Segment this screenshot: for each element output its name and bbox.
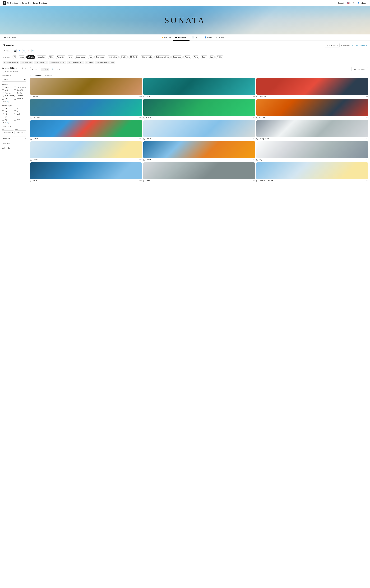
asset-checkbox-st-barts[interactable] <box>256 117 258 118</box>
asset-checkbox-canary-islands[interactable] <box>256 138 258 139</box>
section-pill-social-media[interactable]: Social Media <box>75 55 87 59</box>
tab-users[interactable]: 👤 Users <box>202 34 214 41</box>
tab-asset-library[interactable]: ☰ Asset Library <box>173 34 190 41</box>
asset-checkbox-california[interactable] <box>256 96 258 97</box>
tag-banff-content[interactable]: Banff content <box>2 95 14 97</box>
tag-beautiful[interactable]: Beautiful <box>14 89 26 91</box>
search-exact-checkbox[interactable] <box>2 71 4 73</box>
section-pill-experiences[interactable]: Experiences <box>94 55 106 59</box>
asset-checkbox-cabo[interactable] <box>143 180 145 182</box>
section-pill-info[interactable]: Info <box>209 55 215 59</box>
tags-search-icon[interactable]: 🔍 <box>7 101 9 103</box>
section-pill-documents[interactable]: Documents <box>171 55 182 59</box>
upload-date-row[interactable]: Upload Date ▾ <box>2 146 26 150</box>
filter-chip-featured[interactable]: ✦ Featured Content <box>3 61 19 64</box>
asset-checkbox-miami[interactable] <box>30 180 32 182</box>
ft-mov[interactable]: mov <box>14 119 26 121</box>
asset-checkbox-dubai[interactable] <box>143 96 145 97</box>
share-brandfolder-button[interactable]: ✦ Share Brandfolder <box>352 44 367 46</box>
ft-pdf[interactable]: pdf <box>2 113 14 115</box>
search-input[interactable] <box>55 68 350 70</box>
tab-insights[interactable]: 📊 Insights <box>190 34 202 41</box>
linkedin-social-icon[interactable]: in <box>22 49 26 53</box>
tag-sonata[interactable]: Sonata <box>14 92 26 94</box>
ft-idml[interactable]: idml <box>14 113 26 115</box>
links-button[interactable]: ✎ Links <box>3 49 12 53</box>
filters-button[interactable]: ≡ Filters <box>30 67 40 71</box>
user-menu-button[interactable]: 👤 Hi, Lucia ▾ <box>357 2 367 4</box>
asset-checkbox-morocco[interactable] <box>30 96 32 97</box>
tag-italy[interactable]: Italy <box>2 98 14 100</box>
filter-chip-last-24h[interactable]: ✦ Created Last 24 Hours <box>95 61 115 64</box>
ft-txt[interactable]: txt <box>14 116 26 118</box>
asset-card-thailand[interactable]: Thailand JPG <box>143 99 255 119</box>
tag-uffitzi[interactable]: Uffitzi Gallery <box>14 86 26 88</box>
section-pill-lifestyle[interactable]: Lifestyle <box>26 55 35 59</box>
twitter-social-icon[interactable]: 🐦 <box>31 49 35 53</box>
section-pill-colors[interactable]: Colors <box>200 55 208 59</box>
section-select-all-checkbox[interactable] <box>30 74 32 76</box>
asset-card-hawaii[interactable]: Hawaii JPG <box>143 141 255 161</box>
section-pill-templates[interactable]: Templates <box>56 55 66 59</box>
filter-chip-similar[interactable]: ✦ Similar <box>85 61 94 64</box>
org-link[interactable]: Sonata Org <box>22 2 30 4</box>
section-pill-icons[interactable]: Icons <box>67 55 74 59</box>
asset-card-dominican-republic[interactable]: Dominican Republic JPG <box>256 162 368 182</box>
new-collection-button[interactable]: + + New Collection <box>3 36 19 39</box>
asset-card-morocco[interactable]: Morocco JPG <box>30 78 142 98</box>
section-pill-archive[interactable]: Archive <box>215 55 224 59</box>
section-pill-video[interactable]: Video <box>48 55 55 59</box>
filter-chip-expiring-q3[interactable]: ✦ Expiring Q3 <box>20 61 33 64</box>
tab-settings[interactable]: ⚙ Settings ▾ <box>214 34 227 41</box>
section-pill-interior[interactable]: Interior <box>120 55 128 59</box>
comments-row[interactable]: Comments ▾ <box>2 141 26 146</box>
cf-value-select[interactable]: Select value <box>15 130 26 134</box>
asset-checkbox-cancun[interactable] <box>30 159 32 161</box>
view-options-button[interactable]: ⊞ View Options <box>353 67 368 71</box>
section-pill-3d-models[interactable]: 3D Models <box>129 55 139 59</box>
filter-chip-publishing-q2[interactable]: ✦ Publishing Q2 <box>34 61 48 64</box>
asset-card-cancun[interactable]: Cancun JPG <box>30 141 142 161</box>
section-pill-ads[interactable]: Ads <box>88 55 94 59</box>
ft-search-icon[interactable]: 🔍 <box>7 122 9 124</box>
section-pill-magazines[interactable]: Magazines <box>36 55 47 59</box>
language-button[interactable]: 🇺🇸 ▾ <box>347 2 351 4</box>
ft-jpg[interactable]: jpg <box>2 107 14 109</box>
orientation-row[interactable]: Orientation ▾ <box>2 136 26 141</box>
brand-logo[interactable]: S <box>3 1 6 5</box>
filter-chip-published-web[interactable]: ✦ Published on Web <box>49 61 66 64</box>
ft-svg[interactable]: svg <box>2 119 14 121</box>
collections-dropdown[interactable]: 5 Collections ▾ <box>325 43 340 47</box>
ft-otf[interactable]: otf <box>14 110 26 112</box>
asset-card-california[interactable]: California JPG <box>256 78 368 98</box>
asset-card-las-vegas[interactable]: Las Vegas JPG <box>30 99 142 119</box>
refresh-icon[interactable]: ↻ <box>353 2 355 4</box>
tag-florence[interactable]: Florence <box>2 92 14 94</box>
asset-checkbox-dominican-republic[interactable] <box>256 180 258 182</box>
tag-beach[interactable]: beach <box>2 86 14 88</box>
stealth-badge[interactable]: STEALTH <box>160 37 173 38</box>
ft-png[interactable]: png <box>2 110 14 112</box>
asset-checkbox-hawaii[interactable] <box>143 159 145 161</box>
search-exact-label[interactable]: Search exact terms <box>2 71 26 73</box>
instagram-social-icon[interactable]: 📷 <box>13 49 17 53</box>
tag-banff[interactable]: Banff <box>2 89 14 91</box>
asset-checkbox-las-vegas[interactable] <box>30 117 32 118</box>
my-brandfolders-link[interactable]: My Brandfolders <box>7 2 20 4</box>
asset-card-canary-islands[interactable]: Canary Islands JPG <box>256 120 368 140</box>
asset-status-select[interactable]: Select <box>2 78 26 82</box>
asset-card-cabo[interactable]: Cabo JPG <box>143 162 255 182</box>
pinterest-social-icon[interactable]: P <box>27 49 30 53</box>
asset-checkbox-italy[interactable] <box>256 159 258 161</box>
asset-card-dubai[interactable]: Dubai JPG <box>143 78 255 98</box>
clear-filters-icon[interactable]: ✕ <box>47 68 48 70</box>
asset-card-miami[interactable]: Miami JPG <box>30 162 142 182</box>
asset-checkbox-greece[interactable] <box>143 138 145 139</box>
asset-checkbox-thailand[interactable] <box>143 117 145 118</box>
ft-ai[interactable]: ai <box>14 107 26 109</box>
asset-card-venice[interactable]: Venice JPG <box>30 120 142 140</box>
asset-card-st-barts[interactable]: St. Barts JPG <box>256 99 368 119</box>
asset-checkbox-venice[interactable] <box>30 138 32 139</box>
filter-chip-rights[interactable]: ✦ Rights Controlled <box>67 61 84 64</box>
active-filters-badge[interactable]: ✦ 38 ✕ <box>41 68 49 71</box>
